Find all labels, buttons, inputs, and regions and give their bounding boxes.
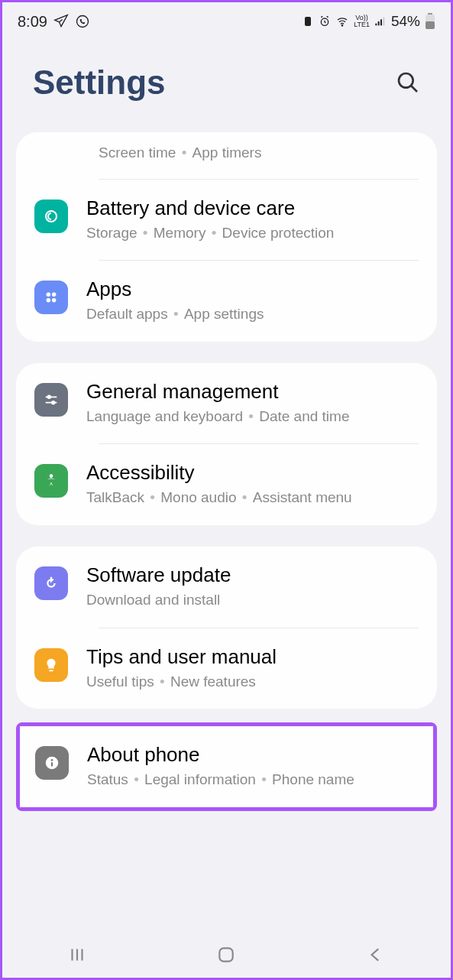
back-button[interactable] <box>361 939 391 970</box>
svg-point-16 <box>52 298 57 303</box>
status-bar: 8:09 Vo))LTE1 54% <box>2 2 451 41</box>
whatsapp-icon <box>75 14 90 29</box>
svg-rect-8 <box>428 13 432 15</box>
signal-icon <box>374 15 387 28</box>
search-button[interactable] <box>396 70 420 95</box>
page-title: Settings <box>33 63 166 102</box>
telegram-icon <box>53 14 69 29</box>
svg-rect-7 <box>383 18 384 26</box>
info-icon <box>35 746 69 780</box>
settings-row-accessibility[interactable]: Accessibility TalkBack • Mono audio • As… <box>16 444 437 525</box>
row-title: Battery and device care <box>86 196 419 220</box>
row-title: Apps <box>86 277 419 301</box>
svg-point-13 <box>47 293 51 297</box>
battery-icon <box>425 13 435 30</box>
accessibility-icon <box>34 464 68 498</box>
svg-rect-23 <box>220 948 233 961</box>
about-phone-highlight: About phone Status • Legal information •… <box>16 722 437 811</box>
svg-point-21 <box>51 759 53 761</box>
settings-card-3: Software update Download and install Tip… <box>16 547 437 709</box>
svg-rect-6 <box>380 19 382 25</box>
home-button[interactable] <box>211 939 241 970</box>
svg-point-0 <box>76 16 88 28</box>
navigation-bar <box>2 932 451 978</box>
settings-row-general[interactable]: General management Language and keyboard… <box>16 363 437 444</box>
sliders-icon <box>34 383 68 417</box>
settings-row-about-phone[interactable]: About phone Status • Legal information •… <box>20 726 433 807</box>
settings-row-software-update[interactable]: Software update Download and install <box>16 547 437 628</box>
row-title: General management <box>86 380 419 404</box>
svg-point-11 <box>399 73 413 88</box>
row-title: Software update <box>86 563 419 587</box>
settings-row-apps[interactable]: Apps Default apps • App settings <box>16 261 437 342</box>
svg-point-15 <box>47 298 51 303</box>
settings-row-battery[interactable]: Battery and device care Storage • Memory… <box>16 180 437 261</box>
header: Settings <box>2 41 451 132</box>
svg-rect-10 <box>425 21 435 29</box>
update-icon <box>34 566 68 600</box>
svg-point-19 <box>50 475 53 479</box>
notification-icon <box>302 15 314 28</box>
svg-point-3 <box>341 25 342 26</box>
row-title: Tips and user manual <box>86 645 419 669</box>
row-title: About phone <box>87 743 418 767</box>
alarm-icon <box>319 15 331 28</box>
svg-rect-1 <box>305 17 311 26</box>
status-time: 8:09 <box>18 13 47 31</box>
volte-label: Vo))LTE1 <box>354 15 370 28</box>
svg-rect-4 <box>375 24 377 26</box>
settings-row-tips[interactable]: Tips and user manual Useful tips • New f… <box>16 628 437 709</box>
svg-point-17 <box>47 395 50 398</box>
svg-point-18 <box>52 401 55 404</box>
svg-point-14 <box>52 293 57 297</box>
settings-row-digital-wellbeing[interactable]: Screen time • App timers <box>16 132 437 179</box>
battery-care-icon <box>34 200 68 233</box>
lightbulb-icon <box>34 648 68 682</box>
settings-card-1: Screen time • App timers Battery and dev… <box>16 132 437 342</box>
apps-icon <box>34 281 68 314</box>
wifi-icon <box>335 15 349 28</box>
svg-rect-22 <box>51 762 53 767</box>
recent-apps-button[interactable] <box>62 939 92 970</box>
row-title: Accessibility <box>86 461 419 485</box>
svg-rect-5 <box>378 21 380 25</box>
settings-card-2: General management Language and keyboard… <box>16 363 437 525</box>
battery-percent: 54% <box>391 13 420 30</box>
